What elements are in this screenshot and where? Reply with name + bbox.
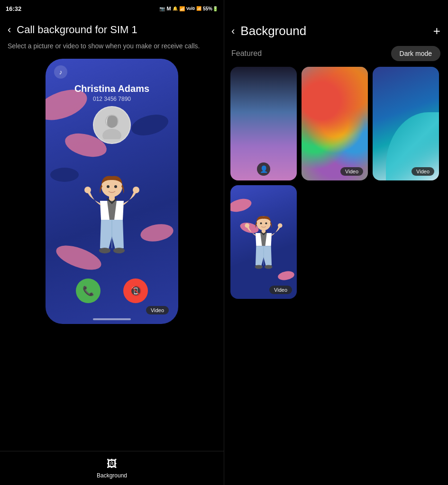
- svg-point-8: [133, 187, 139, 193]
- right-header-left: ‹ Background: [231, 24, 306, 38]
- signal-lte2-icon: 📶: [196, 6, 201, 11]
- time-left: 16:32: [6, 5, 21, 12]
- music-note-icon: ♪: [54, 65, 67, 79]
- wallpaper-bitmoji[interactable]: Video: [230, 185, 297, 299]
- wifi-icon: 📶: [179, 6, 185, 11]
- signal-lte1-icon: Vol0: [186, 6, 195, 11]
- wallpaper-grid: 👤 Video Video: [224, 67, 448, 299]
- svg-rect-6: [109, 196, 115, 201]
- gallery-tab-label: Background: [97, 472, 127, 479]
- status-bar-left: 16:32 📷 M 🔔 📶 Vol0 📶 55%🔋: [0, 0, 224, 17]
- back-button-right[interactable]: ‹: [231, 25, 235, 37]
- svg-point-11: [113, 248, 125, 253]
- svg-point-20: [265, 265, 272, 269]
- wallpaper-colorful-balls[interactable]: Video: [302, 67, 368, 180]
- wallpaper-row-1: 👤 Video Video: [230, 67, 441, 180]
- wallpaper-gradient-blur[interactable]: 👤: [230, 67, 297, 180]
- call-buttons: 📞 📵: [46, 278, 178, 303]
- back-button-left[interactable]: ‹: [8, 24, 11, 36]
- left-panel: 16:32 📷 M 🔔 📶 Vol0 📶 55%🔋 ‹ Call backgro…: [0, 0, 224, 485]
- person-icon-badge: 👤: [257, 162, 270, 176]
- panel-divider: [224, 0, 224, 485]
- contact-number: 012 3456 7890: [46, 96, 178, 102]
- mini-blob-1: [230, 197, 253, 214]
- wallpaper-bitmoji-bg: [230, 185, 297, 299]
- wallpaper-wave-bg: [373, 67, 439, 180]
- home-indicator: [93, 318, 131, 320]
- contact-avatar: [93, 106, 131, 144]
- wallpaper-balls-bg: [302, 67, 368, 180]
- bottom-tab-background[interactable]: 🖼 Background: [0, 451, 224, 485]
- wallpaper-row-2: Video: [230, 185, 441, 299]
- video-badge-1: Video: [340, 167, 363, 176]
- wallpaper-wave-blue[interactable]: Video: [373, 67, 439, 180]
- dark-mode-button[interactable]: Dark mode: [391, 46, 440, 61]
- add-background-button[interactable]: +: [433, 24, 440, 38]
- svg-point-7: [84, 187, 91, 193]
- svg-point-16: [245, 223, 249, 228]
- bitmoji-character-phone: [81, 172, 143, 277]
- blob-dark-1: [129, 111, 171, 139]
- featured-label: Featured: [231, 49, 262, 58]
- avatar-svg: [98, 111, 126, 139]
- left-header: ‹ Call background for SIM 1: [0, 17, 224, 40]
- right-panel: 16:32 📷 M 🔔 📶 Vol0 📶 55%🔋 ‹ Background +…: [224, 0, 448, 485]
- phone-mockup: ♪ Christina Adams 012 3456 7890: [46, 59, 178, 324]
- battery-icon: 55%🔋: [203, 6, 218, 11]
- svg-point-4: [107, 185, 110, 188]
- left-subtitle: Select a picture or video to show when y…: [0, 40, 224, 59]
- left-page-title: Call background for SIM 1: [17, 24, 137, 36]
- accept-call-button[interactable]: 📞: [76, 278, 101, 303]
- right-header: ‹ Background +: [224, 17, 448, 42]
- video-badge-2: Video: [411, 167, 434, 176]
- camera-icon: 📷: [159, 6, 165, 11]
- mail-icon: M: [166, 6, 171, 11]
- svg-point-17: [278, 223, 283, 228]
- svg-point-13: [260, 222, 262, 224]
- bitmoji-mini-svg: [242, 214, 285, 285]
- blob-pink-3: [139, 222, 174, 244]
- svg-point-1: [102, 129, 121, 139]
- svg-point-5: [114, 185, 117, 188]
- sim-icon: 🔔: [173, 6, 178, 11]
- video-badge-3: Video: [269, 286, 292, 294]
- svg-point-19: [255, 265, 263, 269]
- svg-rect-15: [262, 230, 265, 233]
- status-icons-left: 📷 M 🔔 📶 Vol0 📶 55%🔋: [159, 6, 218, 11]
- right-page-title: Background: [240, 24, 306, 38]
- blob-dark-2: [50, 168, 79, 182]
- gallery-tab-icon: 🖼: [107, 458, 117, 470]
- contact-name: Christina Adams: [46, 83, 178, 94]
- featured-section: Featured Dark mode: [224, 42, 448, 67]
- svg-point-14: [265, 222, 267, 224]
- decline-call-button[interactable]: 📵: [123, 278, 148, 303]
- phone-video-badge: Video: [146, 306, 169, 314]
- svg-point-10: [99, 248, 110, 253]
- bitmoji-svg: [81, 172, 143, 277]
